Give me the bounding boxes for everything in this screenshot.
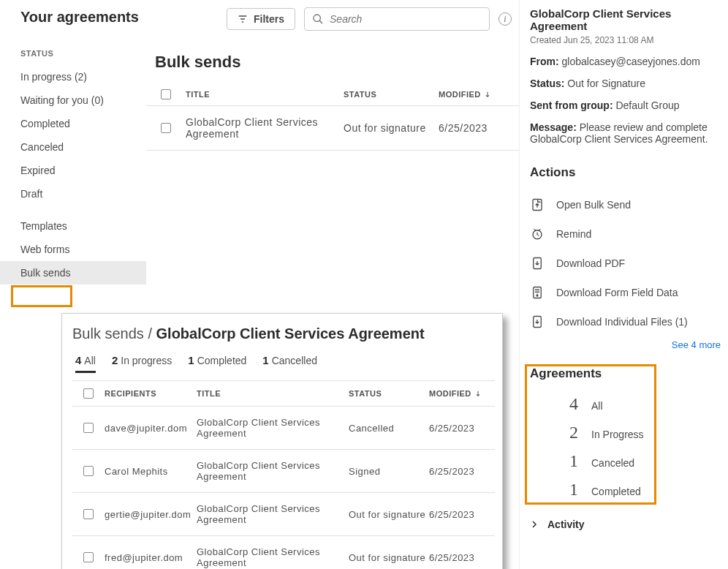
- row-modified: 6/25/2023: [429, 552, 495, 563]
- chevron-right-icon: [530, 520, 539, 529]
- breadcrumb-prefix[interactable]: Bulk sends /: [72, 325, 156, 342]
- filters-button[interactable]: Filters: [227, 8, 295, 30]
- action-label: Open Bulk Send: [556, 199, 631, 211]
- bulk-sends-table: TITLE STATUS MODIFIED GlobalCorp Client …: [146, 83, 519, 151]
- message-label: Message:: [530, 121, 577, 133]
- breadcrumb: Bulk sends / GlobalCorp Client Services …: [72, 325, 495, 342]
- sidebar-item-bulk-sends[interactable]: Bulk sends: [0, 261, 146, 284]
- tabs: 4All 2In progress 1Completed 1Cancelled: [72, 353, 495, 373]
- table-row[interactable]: dave@jupiter.dom GlobalCorp Client Servi…: [72, 407, 495, 450]
- download-form-icon: [530, 285, 545, 300]
- agreements-completed[interactable]: 1Completed: [530, 475, 721, 504]
- row-title: GlobalCorp Client Services Agreement: [197, 503, 349, 525]
- tab-cancelled[interactable]: 1Cancelled: [262, 354, 317, 373]
- detail-created: Created Jun 25, 2023 11:08 AM: [530, 35, 721, 45]
- table-row[interactable]: fred@jupiter.dom GlobalCorp Client Servi…: [72, 536, 495, 569]
- download-pdf-icon: [530, 256, 545, 271]
- clock-icon: [530, 227, 545, 241]
- detail-panel: GlobalCorp Client Services Agreement Cre…: [519, 0, 728, 569]
- action-download-individual[interactable]: Download Individual Files (1): [530, 307, 721, 336]
- search-icon: [312, 13, 324, 25]
- row-recipient: fred@jupiter.dom: [105, 552, 197, 563]
- tab-all[interactable]: 4All: [75, 354, 96, 373]
- row-status: Signed: [349, 466, 429, 477]
- row-checkbox[interactable]: [83, 509, 94, 519]
- status-value: Out for Signature: [567, 78, 645, 89]
- sidebar-item-canceled[interactable]: Canceled: [0, 135, 146, 159]
- status-heading: STATUS: [0, 36, 146, 65]
- row-status: Out for signature: [344, 122, 439, 134]
- row-recipient: dave@jupiter.dom: [105, 423, 197, 434]
- select-all-checkbox[interactable]: [161, 89, 171, 99]
- col-status[interactable]: STATUS: [349, 389, 429, 398]
- col-title[interactable]: TITLE: [197, 389, 349, 398]
- agreements-in-progress[interactable]: 2In Progress: [530, 418, 721, 447]
- table-row[interactable]: Carol Mephits GlobalCorp Client Services…: [72, 450, 495, 493]
- row-checkbox[interactable]: [83, 423, 94, 433]
- svg-point-0: [314, 15, 320, 21]
- from-value: globalcasey@caseyjones.dom: [562, 56, 700, 67]
- sidebar-item-in-progress[interactable]: In progress (2): [0, 65, 146, 88]
- row-status: Out for signature: [349, 509, 429, 520]
- agreements-canceled[interactable]: 1Canceled: [530, 447, 721, 475]
- action-open-bulk-send[interactable]: Open Bulk Send: [530, 190, 721, 219]
- row-modified: 6/25/2023: [439, 122, 519, 134]
- row-status: Out for signature: [349, 552, 429, 563]
- action-remind[interactable]: Remind: [530, 219, 721, 249]
- breadcrumb-title: GlobalCorp Client Services Agreement: [156, 325, 425, 342]
- col-modified[interactable]: MODIFIED: [439, 90, 519, 99]
- row-checkbox[interactable]: [83, 466, 94, 476]
- tab-completed[interactable]: 1Completed: [188, 354, 246, 373]
- row-recipient: Carol Mephits: [105, 466, 197, 477]
- sort-desc-icon: [474, 390, 482, 397]
- sidebar-item-draft[interactable]: Draft: [0, 182, 146, 206]
- sidebar-item-completed[interactable]: Completed: [0, 112, 146, 135]
- bulk-sends-heading: Bulk sends: [146, 44, 519, 83]
- filter-icon: [238, 14, 248, 24]
- activity-toggle[interactable]: Activity: [530, 519, 721, 530]
- row-title: GlobalCorp Client Services Agreement: [197, 460, 349, 482]
- agreements-all[interactable]: 4All: [530, 390, 721, 418]
- select-all-checkbox[interactable]: [83, 388, 94, 399]
- row-title: GlobalCorp Client Services Agreement: [186, 116, 344, 140]
- col-title[interactable]: TITLE: [186, 90, 344, 99]
- row-modified: 6/25/2023: [429, 423, 495, 434]
- row-status: Cancelled: [349, 423, 429, 434]
- col-recipients[interactable]: RECIPIENTS: [105, 389, 197, 398]
- open-icon: [530, 197, 545, 212]
- see-more-link[interactable]: See 4 more: [530, 339, 721, 350]
- agreements-heading: Agreements: [530, 366, 721, 381]
- page-title: Your agreements: [0, 9, 146, 36]
- row-title: GlobalCorp Client Services Agreement: [197, 417, 349, 439]
- row-checkbox[interactable]: [161, 123, 171, 133]
- actions-heading: Actions: [530, 165, 721, 180]
- col-modified[interactable]: MODIFIED: [429, 389, 495, 398]
- sidebar-item-expired[interactable]: Expired: [0, 159, 146, 182]
- row-modified: 6/25/2023: [429, 509, 495, 520]
- table-row[interactable]: GlobalCorp Client Services Agreement Out…: [146, 106, 519, 151]
- sort-desc-icon: [484, 91, 491, 98]
- group-label: Sent from group:: [530, 99, 613, 111]
- row-title: GlobalCorp Client Services Agreement: [197, 546, 349, 568]
- sidebar-item-waiting[interactable]: Waiting for you (0): [0, 88, 146, 112]
- status-label: Status:: [530, 78, 564, 89]
- group-value: Default Group: [615, 99, 679, 111]
- table-row[interactable]: gertie@jupiter.dom GlobalCorp Client Ser…: [72, 493, 495, 536]
- from-label: From:: [530, 56, 559, 67]
- sidebar-item-templates[interactable]: Templates: [0, 214, 146, 238]
- col-status[interactable]: STATUS: [344, 90, 439, 99]
- info-icon[interactable]: i: [498, 12, 512, 26]
- row-checkbox[interactable]: [83, 552, 94, 562]
- search-field[interactable]: [304, 7, 490, 31]
- search-input[interactable]: [330, 13, 482, 25]
- action-label: Remind: [556, 228, 591, 240]
- action-download-form-data[interactable]: Download Form Field Data: [530, 278, 721, 307]
- action-label: Download PDF: [556, 257, 625, 269]
- detail-title: GlobalCorp Client Services Agreement: [530, 7, 721, 32]
- filters-label: Filters: [254, 13, 284, 25]
- tab-in-progress[interactable]: 2In progress: [112, 354, 172, 373]
- sidebar-item-web-forms[interactable]: Web forms: [0, 238, 146, 261]
- action-download-pdf[interactable]: Download PDF: [530, 249, 721, 278]
- action-label: Download Form Field Data: [556, 287, 678, 298]
- row-recipient: gertie@jupiter.dom: [105, 509, 197, 520]
